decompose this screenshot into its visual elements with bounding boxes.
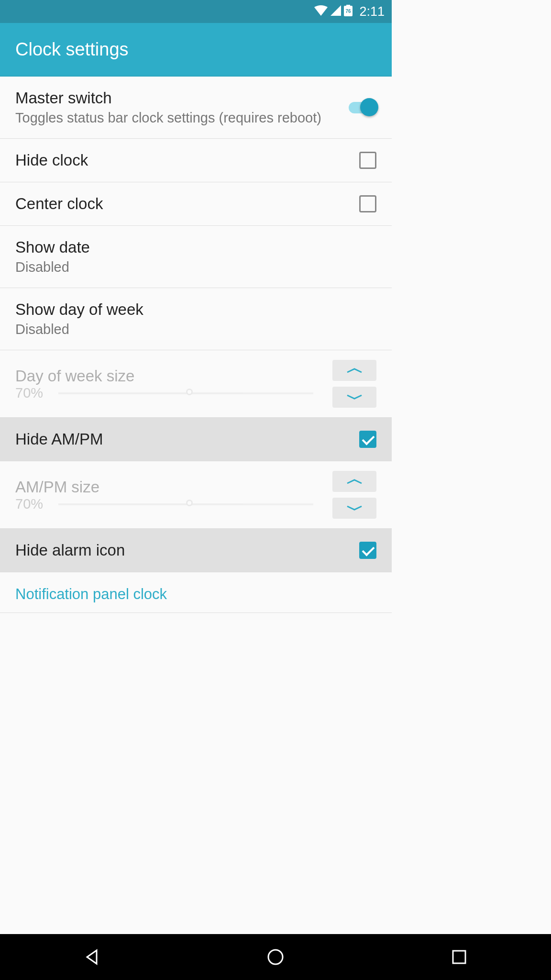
show-date-row[interactable]: Show date Disabled [0, 226, 392, 288]
day-of-week-size-row: Day of week size 70% [0, 350, 392, 418]
chevron-up-icon [345, 368, 364, 373]
show-day-of-week-row[interactable]: Show day of week Disabled [0, 288, 392, 350]
notification-panel-clock-header: Notification panel clock [0, 572, 392, 613]
ampm-size-down-button[interactable] [332, 498, 376, 519]
chevron-down-icon [345, 394, 364, 400]
show-date-value: Disabled [15, 259, 376, 275]
day-of-week-size-title: Day of week size [15, 367, 332, 385]
hide-ampm-title: Hide AM/PM [15, 430, 359, 448]
hide-alarm-icon-title: Hide alarm icon [15, 541, 359, 559]
master-switch-title: Master switch [15, 89, 349, 107]
hide-clock-title: Hide clock [15, 151, 359, 169]
center-clock-row[interactable]: Center clock [0, 182, 392, 226]
day-of-week-size-down-button[interactable] [332, 387, 376, 408]
battery-icon: 76 [344, 5, 353, 18]
chevron-up-icon [345, 479, 364, 484]
ampm-size-row: AM/PM size 70% [0, 461, 392, 529]
center-clock-title: Center clock [15, 195, 359, 213]
master-switch-row[interactable]: Master switch Toggles status bar clock s… [0, 77, 392, 139]
status-bar: 76 2:11 [0, 0, 392, 23]
wifi-icon [314, 5, 328, 18]
hide-ampm-row[interactable]: Hide AM/PM [0, 418, 392, 461]
show-date-title: Show date [15, 238, 376, 256]
svg-text:76: 76 [346, 9, 352, 14]
show-day-of-week-value: Disabled [15, 322, 376, 337]
center-clock-checkbox[interactable] [359, 195, 376, 212]
signal-icon [331, 5, 341, 18]
ampm-size-value: 70% [15, 496, 44, 512]
ampm-size-slider [58, 503, 313, 505]
hide-clock-checkbox[interactable] [359, 152, 376, 169]
app-bar: Clock settings [0, 23, 392, 77]
hide-alarm-icon-checkbox[interactable] [359, 542, 376, 559]
day-of-week-size-value: 70% [15, 385, 44, 401]
notification-panel-clock-title: Notification panel clock [15, 586, 376, 603]
svg-rect-1 [346, 5, 350, 6]
hide-ampm-checkbox[interactable] [359, 431, 376, 448]
settings-list: Master switch Toggles status bar clock s… [0, 77, 392, 613]
hide-alarm-icon-row[interactable]: Hide alarm icon [0, 529, 392, 572]
day-of-week-size-up-button[interactable] [332, 360, 376, 381]
ampm-size-title: AM/PM size [15, 478, 332, 496]
status-time: 2:11 [359, 4, 385, 19]
master-switch-subtitle: Toggles status bar clock settings (requi… [15, 110, 349, 126]
page-title: Clock settings [15, 39, 129, 60]
day-of-week-size-slider [58, 392, 313, 394]
show-day-of-week-title: Show day of week [15, 301, 376, 319]
master-switch-toggle[interactable] [349, 102, 376, 113]
ampm-size-up-button[interactable] [332, 471, 376, 492]
hide-clock-row[interactable]: Hide clock [0, 139, 392, 182]
chevron-down-icon [345, 505, 364, 511]
